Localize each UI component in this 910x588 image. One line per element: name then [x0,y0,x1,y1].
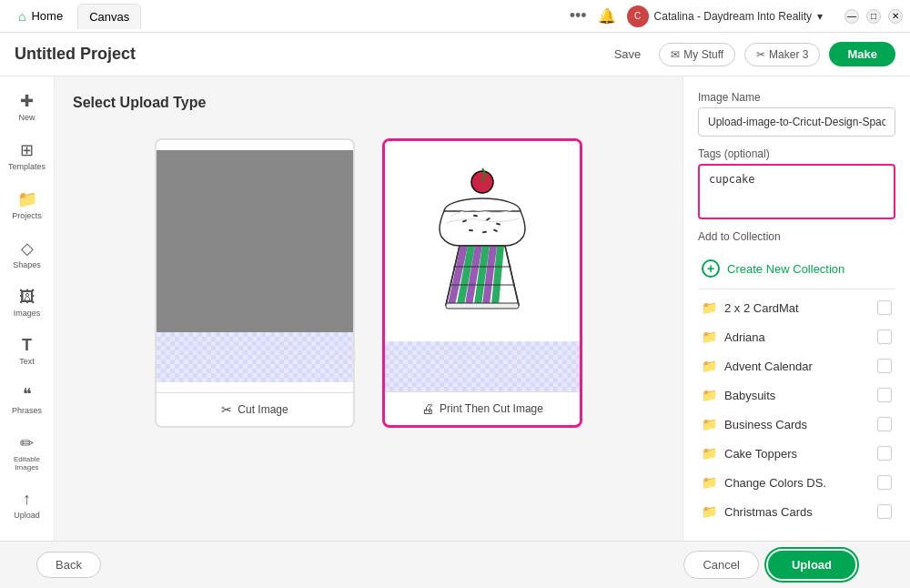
title-bar: ⌂ Home Canvas ••• 🔔 C Catalina - Daydrea… [0,0,910,33]
content-area: Select Upload Type ✂ Cut Image [55,76,682,541]
right-panel: Image Name Tags (optional) cupcake Add t… [682,76,910,541]
cut-image-gray [157,150,353,332]
collection-item-advent-calendar[interactable]: 📁 Advent Calendar [698,351,895,380]
tab-home[interactable]: ⌂ Home [7,4,74,29]
folder-icon: 📁 [702,388,717,402]
title-bar-right: ••• 🔔 C Catalina - Daydream Into Reality… [570,5,903,27]
images-icon: 🖼 [19,288,35,307]
collection-item-christmas-cards[interactable]: 📁 Christmas Cards [698,497,895,526]
app-bar-right: Save ✉ My Stuff ✂ Maker 3 Make [605,42,895,66]
my-stuff-button[interactable]: ✉ My Stuff [659,43,735,66]
tab-canvas[interactable]: Canvas [77,4,141,29]
save-button[interactable]: Save [605,42,651,66]
cupcake-image [385,141,580,391]
collection-item-2x2cardmat[interactable]: 📁 2 x 2 CardMat [698,293,895,322]
maximize-button[interactable]: □ [866,9,881,24]
sidebar-item-monogram[interactable]: M Monogram [4,531,51,541]
shapes-icon: ◇ [21,238,34,259]
scissors-icon: ✂ [221,402,232,417]
sidebar-item-shapes[interactable]: ◇ Shapes [4,231,51,277]
collection-checkbox-cake-toppers[interactable] [877,446,892,461]
home-icon: ⌂ [18,9,25,24]
tags-label: Tags (optional) [698,147,895,160]
collection-item-babysuits[interactable]: 📁 Babysuits [698,380,895,410]
sidebar: ✚ New ⊞ Templates 📁 Projects ◇ Shapes 🖼 … [0,76,55,541]
svg-rect-11 [446,303,519,309]
sidebar-item-text[interactable]: T Text [4,329,51,373]
sidebar-item-upload[interactable]: ↑ Upload [4,482,51,527]
divider [698,289,895,289]
folder-icon: 📁 [702,417,717,431]
print-then-cut-text: Print Then Cut Image [440,402,543,415]
maker-icon: ✂ [756,48,765,61]
user-badge[interactable]: C Catalina - Daydream Into Reality ▾ [627,5,823,27]
tags-input[interactable]: cupcake [698,164,895,219]
print-then-cut-label: 🖨 Print Then Cut Image [385,391,580,425]
upload-icon: ↑ [23,490,31,509]
cut-image-checkerboard [157,332,353,382]
more-options-icon[interactable]: ••• [570,6,587,25]
window-controls: — □ ✕ [844,9,903,24]
close-button[interactable]: ✕ [888,9,903,24]
sidebar-item-phrases[interactable]: ❝ Phrases [4,377,51,422]
folder-icon: 📁 [702,359,717,373]
templates-icon: ⊞ [20,140,34,160]
project-title: Untitled Project [15,45,591,64]
chevron-down-icon: ▾ [817,10,823,23]
collection-checkbox-advent-calendar[interactable] [877,359,892,373]
text-icon: T [22,336,32,355]
cut-image-text: Cut Image [238,403,288,416]
user-name: Catalina - Daydream Into Reality [654,10,812,23]
folder-icon: 📁 [702,475,717,490]
upload-button[interactable]: Upload [768,551,855,579]
image-name-input[interactable] [698,107,895,137]
editable-images-icon: ✏ [20,433,34,453]
collection-checkbox-adriana[interactable] [877,329,892,344]
bottom-right-buttons: Cancel Upload [683,551,855,579]
sidebar-item-images[interactable]: 🖼 Images [4,280,51,325]
collection-checkbox-business-cards[interactable] [877,417,892,431]
maker-button[interactable]: ✂ Maker 3 [744,43,820,66]
cupcake-svg [419,164,546,337]
sidebar-item-projects[interactable]: 📁 Projects [4,182,51,228]
bottom-bar: Back Cancel Upload [0,541,910,588]
sidebar-item-new[interactable]: ✚ New [4,84,51,129]
cut-image-label: ✂ Cut Image [157,392,353,426]
collection-checkbox-christmas-cards[interactable] [877,504,892,519]
app-bar: Untitled Project Save ✉ My Stuff ✂ Maker… [0,33,910,76]
collection-checkbox-2x2cardmat[interactable] [877,300,892,315]
cut-image-container [157,150,353,382]
phrases-icon: ❝ [23,384,32,404]
print-then-cut-preview [385,141,580,391]
collection-checkbox-change-colors-ds[interactable] [877,475,892,490]
collection-checkbox-babysuits[interactable] [877,388,892,402]
page-title: Select Upload Type [73,95,664,111]
printer-icon: 🖨 [421,401,434,416]
collection-item-business-cards[interactable]: 📁 Business Cards [698,410,895,439]
cut-image-card[interactable]: ✂ Cut Image [155,138,355,428]
minimize-button[interactable]: — [844,9,859,24]
back-button[interactable]: Back [36,552,101,578]
avatar: C [627,5,649,27]
collection-item-change-colors-ds[interactable]: 📁 Change Colors DS. [698,468,895,497]
add-to-collection-label: Add to Collection [698,230,895,243]
tab-home-label: Home [31,9,63,23]
cut-image-preview [157,140,353,392]
main: ✚ New ⊞ Templates 📁 Projects ◇ Shapes 🖼 … [0,76,910,541]
folder-icon: 📁 [702,300,717,315]
collection-item-adriana[interactable]: 📁 Adriana [698,322,895,351]
cancel-button[interactable]: Cancel [683,551,758,579]
create-collection-label: Create New Collection [727,262,844,276]
cupcake-top [385,141,580,341]
print-then-cut-card[interactable]: 🖨 Print Then Cut Image [382,138,582,428]
tab-canvas-label: Canvas [89,10,129,24]
image-name-label: Image Name [698,91,895,104]
create-collection-button[interactable]: + Create New Collection [698,252,895,285]
upload-cards: ✂ Cut Image [73,138,664,428]
sidebar-item-editable-images[interactable]: ✏ Editable Images [4,426,51,479]
sidebar-item-templates[interactable]: ⊞ Templates [4,133,51,178]
make-button[interactable]: Make [829,42,895,66]
new-icon: ✚ [20,91,34,111]
notifications-icon[interactable]: 🔔 [598,7,616,25]
collection-item-cake-toppers[interactable]: 📁 Cake Toppers [698,439,895,468]
